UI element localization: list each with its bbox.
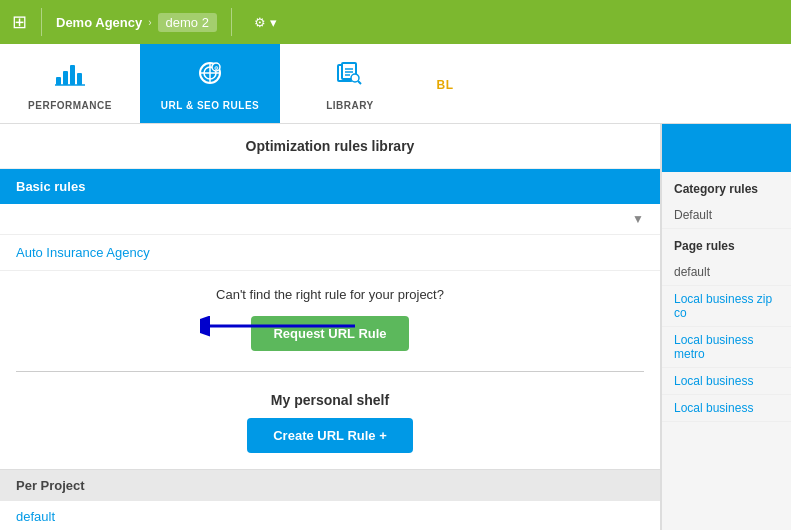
left-panel: Optimization rules library Basic rules ▼… (0, 124, 661, 530)
agency-label[interactable]: Demo Agency (56, 15, 142, 30)
tab-url-seo-label: URL & SEO RULES (161, 100, 259, 111)
dropdown-arrow-icon[interactable]: ▼ (632, 212, 644, 226)
svg-rect-0 (56, 77, 61, 85)
right-panel: Category rules Default Page rules defaul… (661, 124, 791, 530)
shelf-divider (16, 371, 644, 372)
arrow-indicator (200, 306, 360, 346)
settings-icon: ⚙ (254, 15, 266, 30)
local-business-metro-item[interactable]: Local business metro (662, 327, 791, 368)
tab-bl-label: BL (437, 78, 454, 92)
tab-library[interactable]: LIBRARY (280, 44, 420, 123)
default-item[interactable]: default (0, 501, 660, 530)
tabs-area: PERFORMANCE ⚙ URL & SEO RULES (0, 44, 791, 124)
main-layout: Optimization rules library Basic rules ▼… (0, 124, 791, 530)
section-title: Optimization rules library (0, 124, 660, 169)
breadcrumb: Demo Agency › demo 2 (56, 13, 217, 32)
svg-rect-3 (77, 73, 82, 85)
create-rule-row: Create URL Rule + (0, 418, 660, 469)
breadcrumb-chevron: › (148, 17, 151, 28)
grid-icon[interactable]: ⊞ (12, 11, 27, 33)
tab-url-seo-rules[interactable]: ⚙ URL & SEO RULES (140, 44, 280, 123)
insurance-link[interactable]: Auto Insurance Agency (0, 235, 660, 271)
page-rules-header: Page rules (662, 229, 791, 259)
cant-find-text: Can't find the right rule for your proje… (0, 271, 660, 310)
tab-performance[interactable]: PERFORMANCE (0, 44, 140, 123)
right-panel-top-bar (662, 124, 791, 172)
svg-rect-1 (63, 71, 68, 85)
personal-shelf-title: My personal shelf (0, 384, 660, 418)
dropdown-row: ▼ (0, 204, 660, 235)
category-default-item: Default (662, 202, 791, 229)
svg-rect-2 (70, 65, 75, 85)
library-icon (334, 59, 366, 94)
performance-icon (54, 59, 86, 94)
url-seo-icon: ⚙ (194, 59, 226, 94)
settings-button[interactable]: ⚙ ▾ (254, 15, 277, 30)
page-default-item[interactable]: default (662, 259, 791, 286)
divider (41, 8, 42, 36)
svg-line-17 (358, 81, 361, 84)
local-business-zip-item[interactable]: Local business zip co (662, 286, 791, 327)
svg-point-16 (351, 74, 359, 82)
request-row: Request URL Rule (0, 310, 660, 367)
top-bar: ⊞ Demo Agency › demo 2 ⚙ ▾ (0, 0, 791, 44)
divider2 (231, 8, 232, 36)
tab-performance-label: PERFORMANCE (28, 100, 112, 111)
category-rules-header: Category rules (662, 172, 791, 202)
per-project-bar: Per Project (0, 469, 660, 501)
tab-bl[interactable]: BL (420, 44, 470, 123)
basic-rules-bar: Basic rules (0, 169, 660, 204)
local-business-1-item[interactable]: Local business (662, 368, 791, 395)
chevron-down-icon: ▾ (270, 15, 277, 30)
tab-library-label: LIBRARY (326, 100, 374, 111)
local-business-2-item[interactable]: Local business (662, 395, 791, 422)
svg-text:⚙: ⚙ (214, 65, 219, 71)
create-url-rule-button[interactable]: Create URL Rule + (247, 418, 413, 453)
project-label[interactable]: demo 2 (158, 13, 217, 32)
